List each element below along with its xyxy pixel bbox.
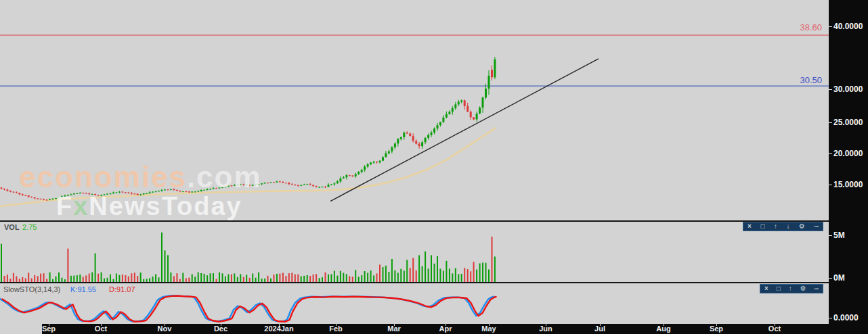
- axis-tick: [829, 235, 832, 236]
- close-icon[interactable]: ×: [747, 222, 752, 231]
- axis-tick: [829, 89, 832, 90]
- time-axis-label: Mar: [387, 325, 401, 333]
- time-axis-label: Aug: [656, 325, 670, 333]
- volume-pane-toolbar: ×□↑↓⚙▪▪▪: [743, 222, 823, 231]
- time-axis-label: Oct: [768, 325, 781, 333]
- price-axis-label: 0.0000: [833, 313, 859, 323]
- axis-tick: [829, 153, 832, 154]
- sto-pane-title: SlowSTO(3,14,3): [3, 285, 60, 293]
- price-axis-label: 40.0000: [833, 22, 863, 31]
- resistance-price-label: 38.60: [768, 22, 822, 32]
- price-axis[interactable]: 34.7500 23.9200 خطي 2.7502M 91.5455 91.0…: [829, 0, 868, 334]
- time-axis-label: May: [481, 325, 496, 333]
- chart-canvas[interactable]: [0, 0, 829, 334]
- maximize-icon[interactable]: □: [777, 285, 781, 293]
- settings-gear-icon[interactable]: ⚙: [800, 285, 806, 293]
- time-axis-corner: [0, 324, 42, 334]
- candlestick-series: [1, 57, 496, 201]
- settings-gear-icon[interactable]: ⚙: [799, 222, 805, 231]
- trading-chart-window: economies.com FxNewsToday 38.60 30.50 VO…: [0, 0, 868, 334]
- time-axis-label: Sep: [42, 325, 56, 333]
- time-axis-label: Dec: [214, 325, 227, 333]
- time-axis-label: Feb: [329, 325, 343, 333]
- price-axis-label: 15.0000: [833, 180, 863, 189]
- time-axis-label: Apr: [439, 325, 452, 333]
- more-options-icon[interactable]: ▪▪▪: [815, 222, 819, 231]
- support-price-label: 30.50: [768, 75, 822, 85]
- more-options-icon[interactable]: ▪▪▪: [815, 285, 819, 293]
- move-down-icon[interactable]: ↓: [787, 222, 790, 231]
- time-axis-label: Sep: [710, 325, 723, 333]
- time-axis-label: Jul: [594, 325, 605, 333]
- axis-tick: [829, 318, 832, 318]
- volume-pane-title: VOL: [4, 223, 20, 231]
- time-axis-label: 2024Jan: [264, 325, 293, 333]
- close-icon[interactable]: ×: [764, 285, 768, 293]
- time-axis[interactable]: SepOctNovDec2024JanFebMarAprMayJunJulAug…: [0, 324, 829, 334]
- price-axis-label: 30.0000: [833, 85, 863, 94]
- price-axis-label: 20.0000: [833, 149, 863, 158]
- price-axis-label: 0M: [833, 273, 845, 283]
- volume-series: [1, 233, 496, 283]
- axis-tick: [829, 26, 832, 27]
- pane-separator[interactable]: [0, 220, 829, 222]
- time-axis-label: Nov: [158, 325, 172, 333]
- axis-tick: [829, 122, 832, 123]
- sto-d-value: D:91.07: [109, 285, 135, 293]
- price-axis-label: 25.0000: [833, 118, 863, 127]
- maximize-icon[interactable]: □: [760, 222, 764, 231]
- trend-line: [330, 59, 599, 201]
- sto-k-value: K:91.55: [70, 285, 96, 293]
- pane-separator[interactable]: [0, 282, 829, 283]
- move-up-icon[interactable]: ↑: [789, 285, 792, 293]
- volume-pane-value: 2.75: [22, 223, 37, 231]
- price-axis-label: 5M: [833, 231, 845, 240]
- move-up-icon[interactable]: ↑: [774, 222, 777, 231]
- sto-pane-toolbar: ×□↑⚙▪▪▪: [760, 284, 823, 293]
- axis-tick: [829, 185, 832, 185]
- time-axis-label: Oct: [95, 325, 107, 333]
- time-axis-label: Jun: [539, 325, 552, 333]
- axis-tick: [829, 278, 832, 279]
